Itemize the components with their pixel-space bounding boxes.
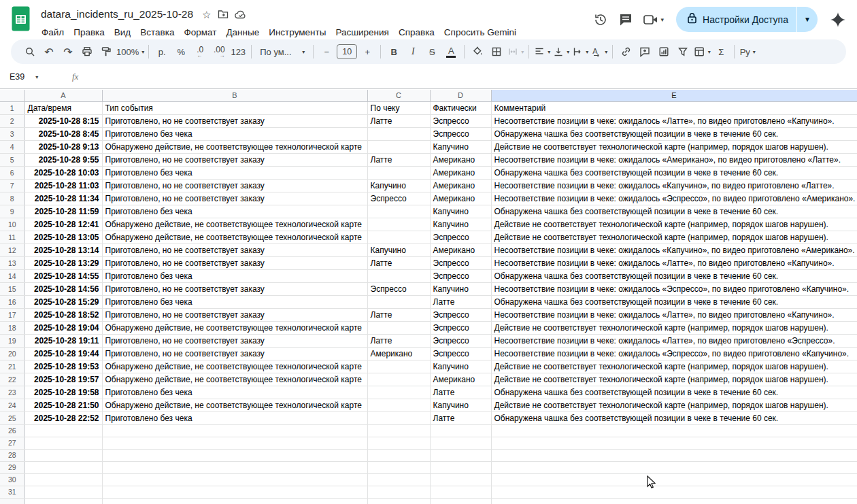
filter-icon[interactable] — [674, 43, 692, 61]
cell-C30[interactable] — [367, 473, 430, 486]
cell-C2[interactable]: Латте — [367, 114, 430, 127]
cell-B32[interactable] — [102, 498, 367, 504]
menu-item-format[interactable]: Формат — [179, 27, 221, 38]
cell-A32[interactable] — [24, 498, 102, 504]
cell-C24[interactable] — [367, 399, 430, 411]
vertical-align-dropdown-icon[interactable]: ▾ — [567, 49, 569, 55]
move-folder-icon[interactable] — [218, 10, 229, 19]
row-header-19[interactable]: 19 — [0, 334, 24, 347]
decrease-decimals-button[interactable]: .0← — [191, 43, 209, 61]
cell-A22[interactable]: 2025-10-28 19:57 — [24, 373, 102, 386]
cell-A29[interactable] — [24, 461, 102, 473]
redo-button[interactable]: ↷ — [59, 43, 77, 61]
cell-D16[interactable]: Латте — [430, 295, 491, 308]
cell-B22[interactable]: Обнаружено действие, не соответствующее … — [102, 373, 367, 386]
text-rotation-dropdown-icon[interactable]: ▾ — [605, 49, 607, 55]
row-header-28[interactable]: 28 — [0, 449, 24, 461]
row-header-24[interactable]: 24 — [0, 399, 24, 411]
horizontal-align-dropdown-icon[interactable]: ▾ — [548, 49, 550, 55]
name-box[interactable]: E39 ▾ — [0, 72, 60, 82]
row-header-4[interactable]: 4 — [0, 140, 24, 153]
share-dropdown-icon[interactable]: ▼ — [797, 16, 818, 23]
increase-font-size-button[interactable]: + — [358, 43, 376, 61]
cell-A4[interactable]: 2025-10-28 9:13 — [24, 140, 102, 153]
cell-B29[interactable] — [102, 461, 367, 473]
cell-E22[interactable]: Действие не соответствует технологическо… — [491, 373, 857, 386]
more-formats-button[interactable]: 123 — [229, 43, 247, 61]
cell-D7[interactable]: Американо — [430, 179, 491, 192]
cell-E17[interactable]: Несоответствие позиции в чеке: ожидалось… — [491, 308, 857, 321]
column-header-D[interactable]: D — [430, 90, 491, 101]
cell-B13[interactable]: Приготовлено, но не соответствует заказу — [102, 256, 367, 269]
fill-color-icon[interactable] — [469, 43, 486, 61]
cell-D20[interactable]: Эспрессо — [430, 347, 491, 360]
cell-C16[interactable] — [367, 295, 430, 308]
row-header-27[interactable]: 27 — [0, 437, 24, 449]
column-header-B[interactable]: B — [102, 90, 367, 101]
cell-E24[interactable]: Действие не соответствует технологическо… — [491, 399, 857, 411]
cell-D25[interactable]: Латте — [430, 411, 491, 424]
cell-B15[interactable]: Приготовлено, но не соответствует заказу — [102, 282, 367, 295]
cell-D31[interactable] — [430, 486, 491, 498]
cell-E11[interactable]: Действие не соответствует технологическо… — [491, 231, 857, 243]
cell-C26[interactable] — [367, 424, 430, 437]
cell-A23[interactable]: 2025-10-28 19:58 — [24, 386, 102, 399]
document-title[interactable]: datara_incidents_ru_2025-10-28 — [38, 7, 196, 21]
row-header-10[interactable]: 10 — [0, 218, 24, 231]
cell-E20[interactable]: Несоответствие позиции в чеке: ожидалось… — [491, 347, 857, 360]
cell-B30[interactable] — [102, 473, 367, 486]
zoom-dropdown-icon[interactable]: ▾ — [141, 49, 144, 55]
decrease-font-size-button[interactable]: − — [318, 43, 335, 61]
cell-C19[interactable]: Латте — [367, 334, 430, 347]
cell-A26[interactable] — [24, 424, 102, 437]
column-header-A[interactable]: A — [24, 90, 102, 101]
cell-D8[interactable]: Американо — [430, 192, 491, 205]
cell-D32[interactable] — [430, 498, 491, 504]
cell-B3[interactable]: Приготовлено без чека — [102, 127, 367, 140]
cell-D14[interactable]: Эспрессо — [430, 269, 491, 282]
cell-A6[interactable]: 2025-10-28 10:03 — [24, 166, 102, 179]
video-call-dropdown-icon[interactable]: ▾ — [661, 16, 665, 23]
cell-B9[interactable]: Приготовлено без чека — [102, 205, 367, 218]
cell-C18[interactable] — [367, 321, 430, 334]
name-box-dropdown-icon[interactable]: ▾ — [35, 74, 38, 80]
input-tools-dropdown-icon[interactable]: ▾ — [753, 49, 756, 55]
cell-B26[interactable] — [102, 424, 367, 437]
cell-B5[interactable]: Приготовлено, но не соответствует заказу — [102, 153, 367, 166]
gemini-sparkle-icon[interactable] — [830, 12, 846, 28]
cell-B7[interactable]: Приготовлено, но не соответствует заказу — [102, 179, 367, 192]
italic-button[interactable]: I — [404, 43, 422, 61]
row-header-3[interactable]: 3 — [0, 127, 24, 140]
cell-E30[interactable] — [491, 473, 857, 486]
share-button[interactable]: Настройки Доступа ▼ — [676, 7, 818, 32]
cell-C7[interactable]: Капучино — [367, 179, 430, 192]
row-header-22[interactable]: 22 — [0, 373, 24, 386]
row-header-1[interactable]: 1 — [0, 101, 24, 114]
merge-cells-dropdown-icon[interactable]: ▾ — [521, 49, 524, 55]
sheets-logo-icon[interactable] — [12, 6, 30, 34]
cell-B6[interactable]: Приготовлено без чека — [102, 166, 367, 179]
cell-A3[interactable]: 2025-10-28 8:45 — [24, 127, 102, 140]
cell-B27[interactable] — [102, 437, 367, 449]
cell-C10[interactable] — [367, 218, 430, 231]
cell-E5[interactable]: Несоответствие позиции в чеке: ожидалось… — [491, 153, 857, 166]
cell-A18[interactable]: 2025-10-28 19:04 — [24, 321, 102, 334]
cell-E16[interactable]: Обнаружена чашка без соответствующей поз… — [491, 295, 857, 308]
cell-E18[interactable]: Действие не соответствует технологическо… — [491, 321, 857, 334]
cell-B11[interactable]: Обнаружено действие, не соответствующее … — [102, 231, 367, 243]
cell-A20[interactable]: 2025-10-28 19:44 — [24, 347, 102, 360]
cell-E32[interactable] — [491, 498, 857, 504]
cell-B18[interactable]: Обнаружено действие, не соответствующее … — [102, 321, 367, 334]
row-header-15[interactable]: 15 — [0, 282, 24, 295]
cell-C27[interactable] — [367, 437, 430, 449]
cell-D27[interactable] — [430, 437, 491, 449]
cell-E26[interactable] — [491, 424, 857, 437]
cell-C29[interactable] — [367, 461, 430, 473]
cell-B24[interactable]: Обнаружено действие, не соответствующее … — [102, 399, 367, 411]
cell-A15[interactable]: 2025-10-28 14:56 — [24, 282, 102, 295]
row-header-17[interactable]: 17 — [0, 308, 24, 321]
borders-icon[interactable] — [488, 43, 505, 61]
cell-E6[interactable]: Обнаружена чашка без соответствующей поз… — [491, 166, 857, 179]
cell-A19[interactable]: 2025-10-28 19:11 — [24, 334, 102, 347]
cell-D22[interactable]: Американо — [430, 373, 491, 386]
